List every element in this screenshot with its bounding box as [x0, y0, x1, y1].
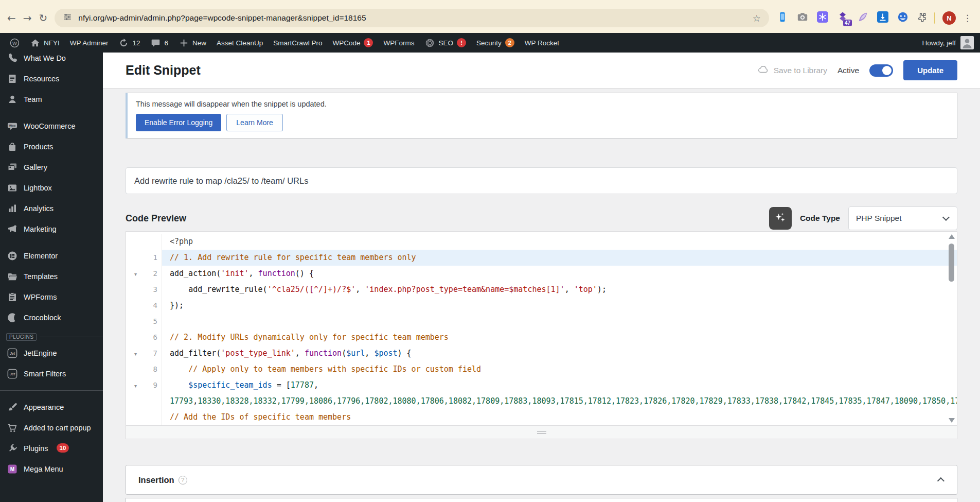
- extension-badge: 47: [843, 20, 852, 26]
- camera-extension[interactable]: [796, 12, 809, 24]
- help-icon[interactable]: ?: [179, 476, 187, 484]
- sidebar-item-label: Team: [24, 94, 42, 105]
- sidebar-item-added-to-cart-popup[interactable]: Added to cart popup: [0, 418, 103, 438]
- sidebar-item-products[interactable]: Products: [0, 136, 103, 157]
- code-line[interactable]: 5: [126, 314, 957, 330]
- site-info-icon[interactable]: [63, 12, 72, 24]
- line-number: 8: [153, 365, 157, 373]
- bookmark-star-icon[interactable]: ☆: [753, 13, 761, 24]
- scroll-up-icon[interactable]: [949, 234, 955, 239]
- code-line[interactable]: ▾9 $specific_team_ids = [17787, 17793,18…: [126, 377, 957, 425]
- phone-extension[interactable]: [776, 12, 789, 24]
- sparkles-icon: [774, 212, 786, 225]
- sidebar-item-wpforms[interactable]: WPForms: [0, 287, 103, 307]
- code-token: [170, 380, 188, 390]
- sidebar-item-mega-menu[interactable]: MMega Menu: [0, 459, 103, 479]
- editor-scrollbar[interactable]: [948, 233, 956, 424]
- sidebar-item-jetengine[interactable]: JetJetEngine: [0, 343, 103, 363]
- howdy-label[interactable]: Howdy, jeff: [922, 39, 956, 47]
- adminbar-item-wpforms[interactable]: WPForms: [378, 33, 419, 53]
- asterisk-extension[interactable]: [816, 12, 829, 24]
- admin-bar-account[interactable]: Howdy, jeff: [922, 36, 974, 49]
- back-icon[interactable]: ←: [7, 13, 16, 23]
- feather-ext-icon: [857, 11, 868, 25]
- sidebar-item-elementor[interactable]: Elementor: [0, 246, 103, 266]
- ai-generate-button[interactable]: [769, 207, 792, 230]
- sidebar-item-templates[interactable]: Templates: [0, 266, 103, 287]
- plugins-count-badge: 10: [57, 443, 69, 453]
- code-line[interactable]: <?php: [126, 234, 957, 250]
- sidebar-item-crocoblock[interactable]: Crocoblock: [0, 307, 103, 328]
- active-toggle[interactable]: [869, 64, 893, 77]
- code-line[interactable]: ▾2add_action('init', function() {: [126, 266, 957, 282]
- line-number: 2: [153, 269, 157, 278]
- sidebar-item-gallery[interactable]: Gallery: [0, 157, 103, 178]
- stack-extension[interactable]: 47: [836, 12, 849, 24]
- extensions-puzzle-icon[interactable]: [916, 12, 927, 25]
- sidebar-item-resources[interactable]: Resources: [0, 68, 103, 89]
- snippet-title-input[interactable]: [126, 167, 957, 194]
- code-line[interactable]: 6// 2. Modify URLs dynamically only for …: [126, 330, 957, 345]
- adminbar-item-wp-logo[interactable]: W: [4, 33, 25, 53]
- sidebar-item-lightbox[interactable]: Lightbox: [0, 178, 103, 198]
- url-text[interactable]: nfyi.org/wp-admin/admin.php?page=wpcode-…: [78, 13, 366, 23]
- learn-more-button[interactable]: Learn More: [226, 114, 283, 131]
- adminbar-item-label: New: [192, 39, 206, 47]
- code-line[interactable]: 8 // Apply only to team members with spe…: [126, 361, 957, 377]
- browser-menu-icon[interactable]: ⋮: [963, 14, 972, 23]
- adminbar-item-label: WP Adminer: [70, 39, 109, 47]
- code-line[interactable]: 1// 1. Add rewrite rule for specific tea…: [126, 250, 957, 266]
- code-token: = [: [272, 380, 291, 390]
- adminbar-item-new-content[interactable]: New: [173, 33, 211, 53]
- download-extension[interactable]: [877, 12, 889, 24]
- scrollbar-thumb[interactable]: [949, 244, 954, 282]
- sidebar-item-analytics[interactable]: Analytics: [0, 198, 103, 219]
- collapse-chevron-icon[interactable]: [937, 477, 945, 484]
- editor-resize-handle[interactable]: [126, 426, 957, 439]
- profile-avatar[interactable]: N: [942, 11, 956, 25]
- code-editor[interactable]: <?php1// 1. Add rewrite rule for specifi…: [126, 231, 957, 426]
- save-to-library-button[interactable]: Save to Library: [758, 65, 827, 76]
- reload-icon[interactable]: ↻: [39, 13, 48, 23]
- sidebar-item-what-we-do[interactable]: What We Do: [0, 53, 103, 68]
- adminbar-item-asset-cleanup[interactable]: Asset CleanUp: [211, 33, 268, 53]
- adminbar-item-label: Security: [476, 39, 502, 47]
- adminbar-item-comments[interactable]: 6: [146, 33, 174, 53]
- feather-extension[interactable]: [857, 12, 869, 24]
- sidebar-item-label: Added to cart popup: [24, 423, 91, 433]
- globe-extension[interactable]: [897, 12, 909, 24]
- sidebar-item-team[interactable]: Team: [0, 89, 103, 110]
- code-token: add_filter(: [170, 349, 221, 358]
- forward-icon[interactable]: →: [23, 13, 32, 23]
- update-button[interactable]: Update: [903, 60, 957, 80]
- sidebar-item-marketing[interactable]: Marketing: [0, 219, 103, 239]
- enable-error-logging-button[interactable]: Enable Error Logging: [136, 114, 221, 131]
- crescent-icon: [7, 313, 17, 323]
- adminbar-item-security[interactable]: Security2: [471, 33, 520, 53]
- adminbar-item-seo[interactable]: SEO!: [419, 33, 471, 53]
- editor-gutter: ▾9: [126, 377, 162, 425]
- adminbar-item-site-name[interactable]: NFYI: [25, 33, 65, 53]
- adminbar-item-label: 12: [133, 39, 140, 47]
- sidebar-item-smart-filters[interactable]: JetSmart Filters: [0, 363, 103, 384]
- editor-gutter: 4: [126, 298, 162, 314]
- code-type-select[interactable]: PHP Snippet: [848, 206, 957, 230]
- code-line[interactable]: 3 add_rewrite_rule('^cla25/([^/]+)/?$', …: [126, 282, 957, 298]
- code-line[interactable]: 4});: [126, 298, 957, 314]
- adminbar-item-wp-adminer[interactable]: WP Adminer: [65, 33, 114, 53]
- line-number: 1: [153, 253, 157, 262]
- sidebar-item-plugins[interactable]: Plugins10: [0, 438, 103, 459]
- sidebar-item-woocommerce[interactable]: WooWooCommerce: [0, 116, 103, 136]
- user-avatar[interactable]: [960, 36, 974, 49]
- fold-arrow-icon[interactable]: ▾: [134, 378, 137, 394]
- address-bar[interactable]: nfyi.org/wp-admin/admin.php?page=wpcode-…: [55, 9, 769, 27]
- scroll-down-icon[interactable]: [949, 418, 955, 423]
- code-line[interactable]: ▾7add_filter('post_type_link', function(…: [126, 345, 957, 361]
- sidebar-item-appearance[interactable]: Appearance: [0, 397, 103, 418]
- fold-arrow-icon[interactable]: ▾: [134, 346, 137, 362]
- fold-arrow-icon[interactable]: ▾: [134, 266, 137, 282]
- adminbar-item-wpcode[interactable]: WPCode1: [327, 33, 378, 53]
- adminbar-item-smartcrawl-pro[interactable]: SmartCrawl Pro: [268, 33, 327, 53]
- adminbar-item-updates[interactable]: 12: [114, 33, 146, 53]
- adminbar-item-wp-rocket[interactable]: WP Rocket: [520, 33, 564, 53]
